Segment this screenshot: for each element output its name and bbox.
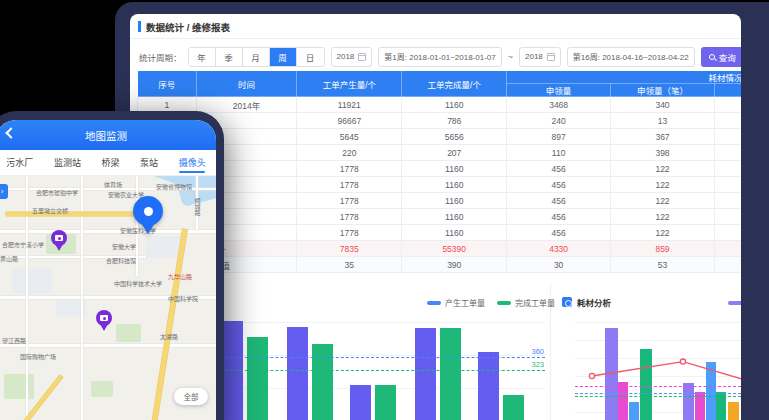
consumable-legend-swatch[interactable] xyxy=(728,301,741,305)
calendar-icon xyxy=(358,53,366,61)
table-cell: 96667 xyxy=(297,113,402,129)
table-cell: 4330 xyxy=(507,241,611,257)
table-header-cell: 时间 xyxy=(196,71,297,97)
table-cell: 398 xyxy=(611,145,715,161)
table-cell: 456 xyxy=(507,225,611,241)
map-label: 合肥市宁溪小学 xyxy=(2,240,44,249)
table-row: 177811604561227967 xyxy=(138,193,742,209)
phone-tab-污水厂[interactable]: 污水厂 xyxy=(6,150,33,175)
phone-title: 地图监测 xyxy=(85,128,127,143)
period-button-年[interactable]: 年 xyxy=(189,48,216,66)
table-cell: 1778 xyxy=(297,161,402,177)
table-cell: 7835 xyxy=(297,241,402,257)
period-button-月[interactable]: 月 xyxy=(243,48,270,66)
table-cell: 35 xyxy=(297,257,402,273)
table-row: 177811604561227967 xyxy=(138,209,742,225)
table-subheader-cell: 出库量 xyxy=(714,84,741,97)
table-row: 177811604561227967 xyxy=(138,177,742,193)
map-view[interactable]: › 全部 体育场安徽农业大学安徽省博物馆合肥市琥珀中学五里墩立交桥安徽医科大学合… xyxy=(0,176,216,420)
table-cell: 13 xyxy=(611,113,715,129)
table-header-cell: 工单产生量/个 xyxy=(297,71,402,97)
table-subheader-cell: 申领量（笔） xyxy=(611,84,715,97)
map-label: 望江西路 xyxy=(2,336,26,345)
breadcrumb-accent-bar xyxy=(138,21,141,32)
start-year-picker[interactable]: 2018 xyxy=(331,47,373,67)
bar-完成工单量 xyxy=(312,344,333,420)
map-label: 中国科学技术大学 xyxy=(114,279,162,288)
consumable-chart-header: 耗材分析 xyxy=(562,296,611,308)
map-expander-tab[interactable]: › xyxy=(0,184,8,199)
table-cell: 390 xyxy=(402,257,507,273)
bar-产生工单量 xyxy=(478,352,499,420)
legend-label: 产生工单量 xyxy=(445,297,485,308)
search-button[interactable]: 查询 xyxy=(701,47,741,67)
table-cell: 349 xyxy=(714,241,741,257)
map-all-button[interactable]: 全部 xyxy=(174,388,208,405)
table-cell: 456 xyxy=(507,209,611,225)
period-button-日[interactable]: 日 xyxy=(297,48,324,66)
start-week-picker[interactable]: 第1周: 2018-01-01~2018-01-07 xyxy=(378,47,501,67)
end-week-picker[interactable]: 第16周: 2018-04-16~2018-04-22 xyxy=(567,47,695,67)
table-cell: 456 xyxy=(507,193,611,209)
legend-label: 完成工单量 xyxy=(515,297,555,308)
pie-chart-icon xyxy=(562,297,572,307)
consumable-chart-title: 耗材分析 xyxy=(577,296,611,308)
phone-tab-监测站[interactable]: 监测站 xyxy=(54,150,81,175)
workorder-bar-chart: 360323 xyxy=(200,318,545,420)
phone-tab-泵站[interactable]: 泵站 xyxy=(140,150,158,175)
legend-item-1[interactable]: 完成工单量 xyxy=(497,297,555,308)
phone-device-frame: 地图监测 污水厂监测站桥梁泵站摄像头 › xyxy=(0,111,224,420)
reference-line xyxy=(200,370,545,371)
phone-tab-摄像头[interactable]: 摄像头 xyxy=(179,150,206,175)
map-label: 安徽大学 xyxy=(112,242,136,251)
period-button-季[interactable]: 季 xyxy=(216,48,243,66)
period-button-周[interactable]: 周 xyxy=(270,48,297,66)
start-year-value: 2018 xyxy=(337,52,355,61)
table-cell: 79 xyxy=(714,225,741,241)
bar-完成工单量 xyxy=(375,385,396,420)
table-header-cell: 序号 xyxy=(138,71,197,97)
table-row: 12014年119211160346834070250 xyxy=(138,97,742,113)
camera-pin[interactable] xyxy=(51,230,69,254)
search-icon xyxy=(709,54,715,60)
average-row: 平均值35390305311114 xyxy=(138,257,742,273)
table-cell: 5656 xyxy=(402,129,507,145)
table-header-cell: 工单完成量/个 xyxy=(402,71,507,97)
bar-完成工单量 xyxy=(440,328,461,420)
table-cell: 367 xyxy=(611,129,715,145)
reference-line-label: 323 xyxy=(531,360,544,369)
map-label: 安徽省博物馆 xyxy=(156,182,192,191)
back-icon[interactable] xyxy=(5,127,16,138)
table-cell: 1778 xyxy=(297,209,402,225)
map-label: 合肥市琥珀中学 xyxy=(36,188,78,197)
table-cell: 220 xyxy=(297,145,402,161)
table-row: 2202071103989019 xyxy=(138,145,742,161)
table-row: 177811604561227967 xyxy=(138,225,742,241)
page-header: 数据统计 / 维修报表 xyxy=(130,14,741,39)
map-label: 桐城路 xyxy=(193,198,202,216)
total-row: 合计783555390433085934933 xyxy=(138,241,742,257)
phone-tab-桥梁[interactable]: 桥梁 xyxy=(101,150,119,175)
legend-item-0[interactable]: 产生工单量 xyxy=(427,297,485,308)
table-cell: 897 xyxy=(507,129,611,145)
map-label: 体育场 xyxy=(104,180,122,189)
location-pin[interactable] xyxy=(133,196,167,242)
legend-swatch xyxy=(427,301,441,305)
table-cell: 456 xyxy=(507,177,611,193)
end-year-picker[interactable]: 2018 xyxy=(519,47,561,67)
camera-pin[interactable] xyxy=(96,310,114,334)
map-label: 黄山路 xyxy=(0,254,18,263)
range-separator: ~ xyxy=(508,52,513,62)
breadcrumb: 数据统计 / 维修报表 xyxy=(146,20,230,34)
table-cell: 3468 xyxy=(507,97,611,113)
table-cell: 122 xyxy=(611,193,715,209)
table-cell: 1160 xyxy=(402,209,507,225)
map-label: 太湖路 xyxy=(160,332,178,341)
start-week-value: 第1周: 2018-01-01~2018-01-07 xyxy=(384,51,495,62)
table-cell: 1778 xyxy=(297,193,402,209)
filter-toolbar: 统计周期： 年季月周日 2018 第1周: 2018-01-01~2018-01… xyxy=(139,46,741,67)
table-cell: 1160 xyxy=(402,97,507,113)
bar-产生工单量 xyxy=(415,328,436,420)
table-cell: 1160 xyxy=(402,161,507,177)
table-cell: 111 xyxy=(714,257,741,273)
